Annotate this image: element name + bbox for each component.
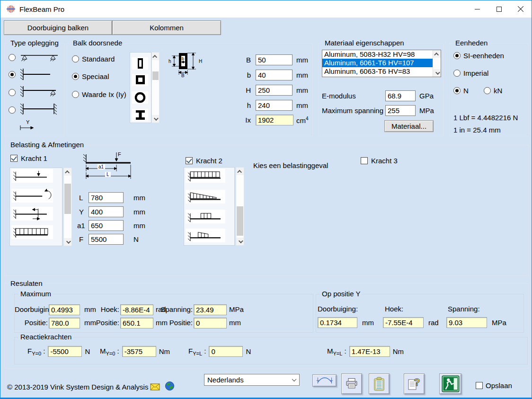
radio-si-units[interactable] [453,52,461,59]
scroll-up-icon[interactable] [152,53,159,60]
cantilever-point-load-icon [11,169,53,183]
max-stress-field[interactable] [385,105,416,116]
load-case-triangular[interactable] [186,190,225,204]
load-case-partial-trapezoid[interactable] [186,229,225,242]
scroll-up-icon[interactable] [236,168,244,175]
field-F[interactable] [89,234,124,245]
max-stress-pos-field[interactable] [194,318,227,328]
reaction-f-y0: FY=0 : N [27,346,90,357]
reaction-f-yl-field[interactable] [209,346,243,357]
max-stress-field[interactable] [194,304,227,315]
radio-section-speciaal[interactable] [72,73,79,80]
load-case-point-load[interactable] [11,169,53,183]
exit-button[interactable] [439,373,461,394]
emodulus-field[interactable] [385,90,416,101]
scroll-down-icon[interactable] [236,238,244,245]
load-case-offset-load[interactable] [11,207,53,221]
radio-label: kN [494,87,502,95]
load-case-partial-udl[interactable] [186,210,225,223]
emodulus-label: E-modulus [322,92,356,100]
material-item-selected[interactable]: Aluminum, 6061-T6 HV=107 [322,59,441,67]
scrollbar-thumb[interactable] [64,184,71,214]
unit: MPa [492,319,506,327]
group-title: Materiaal eigenschappen [323,39,406,47]
section-shape-scrollbar[interactable] [151,52,160,123]
chevron-down-icon [289,378,299,381]
globe-icon[interactable] [165,381,175,391]
field-b[interactable] [256,70,293,80]
radio-support-cantilever[interactable] [9,71,16,78]
material-group: Materiaal eigenschappen Aluminum, 5083-H… [319,43,443,136]
help-button[interactable]: ? [404,373,425,394]
load-case-full-udl[interactable] [186,169,225,183]
copy-report-button[interactable] [369,373,390,394]
y-angle-field[interactable] [383,317,424,328]
scroll-down-icon[interactable] [152,115,159,123]
title-bar: FlexBeam Pro [0,0,532,18]
beam-view-button[interactable] [312,374,337,387]
scrollbar-thumb[interactable] [237,206,243,236]
shape-item-rect-tube[interactable] [132,57,148,70]
shape-item-round-tube[interactable] [132,91,148,104]
scroll-down-icon[interactable] [433,69,441,77]
scroll-up-icon[interactable] [64,168,71,176]
field-a1[interactable] [89,220,124,231]
email-icon[interactable] [150,383,160,390]
radio-section-standaard[interactable] [72,55,79,62]
minimize-button[interactable] [466,0,488,18]
field-h[interactable] [256,100,293,111]
field-Ix[interactable] [256,115,293,125]
radio-section-waarde-ix[interactable] [72,91,79,98]
reaction-m-y0-field[interactable] [122,346,156,357]
material-list-scrollbar[interactable] [433,50,441,77]
material-item[interactable]: Aluminum, 5083-H32 HV=98 [322,50,441,59]
y-deflection-field[interactable] [318,317,357,328]
checkbox-kracht1[interactable] [10,155,18,162]
print-button[interactable] [341,373,362,394]
load-case-scrollbar-1[interactable] [63,168,72,246]
material-button[interactable]: Materiaal... [384,120,434,132]
round-tube-icon [132,91,148,104]
field-Y[interactable] [89,206,124,217]
language-select[interactable]: Nederlands [204,374,300,386]
shape-item-square-tube[interactable] [132,74,148,86]
shape-item-i-beam[interactable] [132,109,148,121]
field-B[interactable] [256,54,293,65]
radio-support-fixed-pinned[interactable] [9,89,16,96]
radio-support-fixed-fixed[interactable] [9,106,16,114]
tab-kolommen[interactable]: Kolommen [112,20,221,35]
reaction-m-yl-field[interactable] [349,346,390,357]
group-title: Belasting & Afmetingen [9,141,86,149]
field-unit: mm [296,56,308,64]
scroll-down-icon[interactable] [64,238,71,246]
y-stress-field[interactable] [446,317,487,328]
radio-newton[interactable] [453,87,461,94]
diagram-F-label: F [118,151,121,157]
close-button[interactable] [510,0,532,18]
reaction-m-yl: MY=L : Nm [327,346,404,357]
checkbox-kracht2[interactable] [186,157,193,164]
y-axis-label: Y [26,119,30,125]
maximize-button[interactable] [488,0,510,18]
reaction-f-y0-field[interactable] [48,346,82,357]
beam-section-group: Balk doorsnede Standaard Speciaal Waarde… [67,43,313,136]
load-case-distributed-load[interactable] [11,225,53,239]
radio-support-pinned-pinned[interactable] [9,54,16,61]
radio-label: SI-eenheden [463,52,504,60]
material-item[interactable]: Aluminum, 6063-T6 HV=83 [322,67,441,76]
unit: N [246,347,251,355]
checkbox-opslaan[interactable] [476,382,483,389]
max-stress-label: Maximum spanning [322,106,383,115]
field-L[interactable] [89,192,124,203]
radio-imperial[interactable] [453,70,461,77]
reaction-symbol: FY=L : [188,347,206,356]
load-case-moment[interactable] [11,189,53,203]
checkbox-kracht3[interactable] [361,157,368,164]
tab-doorbuiging-balken[interactable]: Doorbuiging balken [4,20,112,35]
scroll-up-icon[interactable] [433,50,441,58]
load-case-scrollbar-2[interactable] [236,167,244,246]
diagram-L-label: L [106,172,109,177]
scrollbar-thumb[interactable] [152,71,159,80]
radio-kilonewton[interactable] [484,87,491,94]
field-H[interactable] [256,85,293,96]
